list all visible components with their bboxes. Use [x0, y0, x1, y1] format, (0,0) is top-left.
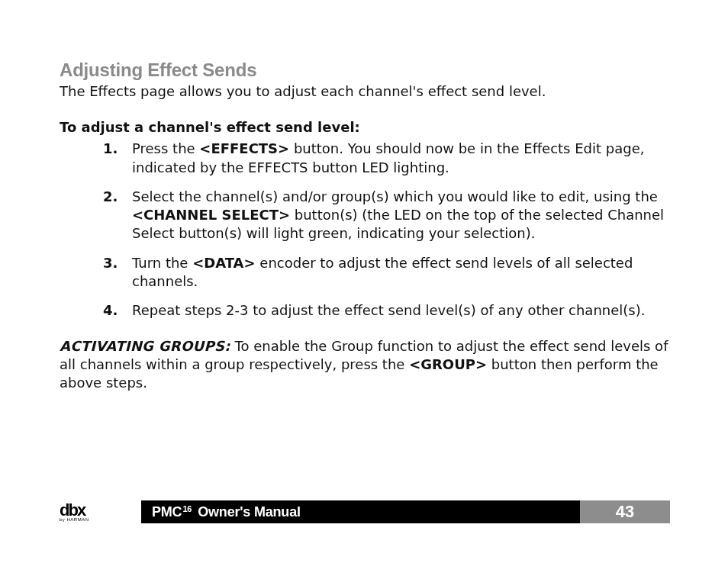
- step-2-text-a: Select the channel(s) and/or group(s) wh…: [132, 188, 658, 204]
- step-3-number: 3.: [103, 254, 118, 272]
- step-3: 3. Turn the <DATA> encoder to adjust the…: [132, 254, 670, 291]
- footer-pmc-sup: 16: [182, 504, 192, 513]
- step-2-number: 2.: [103, 188, 118, 206]
- section-heading: Adjusting Effect Sends: [60, 60, 670, 81]
- step-1: 1. Press the <EFFECTS> button. You shoul…: [132, 140, 670, 177]
- dbx-logo: dbx by HARMAN: [60, 502, 128, 523]
- section-intro: The Effects page allows you to adjust ea…: [60, 82, 670, 101]
- step-3-text-a: Turn the: [132, 255, 192, 271]
- procedure-heading: To adjust a channel's effect send level:: [60, 119, 670, 135]
- page-number: 43: [616, 502, 634, 522]
- step-4-text: Repeat steps 2-3 to adjust the effect se…: [132, 302, 645, 318]
- step-2: 2. Select the channel(s) and/or group(s)…: [132, 188, 670, 243]
- footer-product-name: PMC16: [152, 504, 192, 520]
- step-3-button-data: <DATA>: [192, 255, 255, 271]
- step-4: 4. Repeat steps 2-3 to adjust the effect…: [132, 301, 670, 320]
- footer-owners-manual: Owner's Manual: [198, 504, 301, 520]
- page-number-box: 43: [580, 500, 670, 523]
- activating-groups-button-group: <GROUP>: [409, 356, 487, 372]
- step-1-text-a: Press the: [132, 140, 199, 156]
- footer-pmc: PMC: [152, 504, 182, 520]
- activating-groups-note: ACTIVATING GROUPS: To enable the Group f…: [60, 337, 670, 393]
- footer-title-bar: PMC16 Owner's Manual: [141, 500, 580, 523]
- activating-groups-label: ACTIVATING GROUPS:: [60, 338, 230, 354]
- step-4-number: 4.: [103, 301, 118, 320]
- dbx-logo-sub: by HARMAN: [60, 517, 89, 522]
- step-1-button-effects: <EFFECTS>: [199, 140, 289, 156]
- procedure-steps: 1. Press the <EFFECTS> button. You shoul…: [60, 140, 670, 320]
- dbx-logo-main: dbx: [60, 503, 85, 517]
- page-footer: dbx by HARMAN PMC16 Owner's Manual 43: [0, 500, 728, 523]
- step-1-number: 1.: [103, 140, 118, 158]
- step-2-button-channel-select: <CHANNEL SELECT>: [132, 207, 290, 223]
